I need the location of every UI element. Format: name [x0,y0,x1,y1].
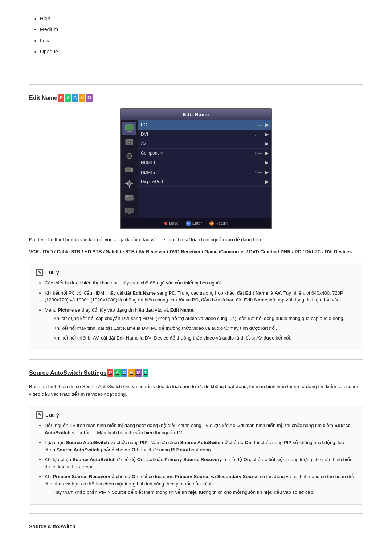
svg-point-5 [129,141,130,143]
menu-icon-video [122,163,136,176]
footer-enter-label: Enter [192,220,202,227]
source-autoswitch-section: Source AutoSwitch Settings P A C H M T B… [29,368,363,505]
edit-name-title: Edit Name P A C H M [29,93,363,103]
source-autoswitch-label: Source AutoSwitch [29,522,363,530]
divider-2 [29,359,363,360]
badge-p2: P [107,369,114,377]
svg-rect-19 [128,213,131,214]
svg-rect-2 [127,131,132,132]
badge-h2: H [128,369,134,377]
bullet-medium: Medium [40,25,363,33]
menu-icon-folder [122,191,136,204]
move-dot [164,222,167,225]
svg-rect-1 [128,130,131,131]
menu-row-component: Component : ---- ▶ [138,149,271,158]
menu-icon-camera [122,149,136,163]
source-autoswitch-note: ✎ Lưu ý Nếu nguồn TV trên màn hình hiển … [29,406,363,505]
note-sub3: Khi kết nối thiết bị AV, cài đặt Edit Na… [45,335,356,342]
footer-move: Move [164,220,179,227]
source-note-item-1: Nếu nguồn TV trên màn hình hiển thị đang… [45,422,356,436]
menu-row-hdmi2: HDMI 2 : ---- ▶ [138,168,271,177]
source-note-icon: ✎ [36,411,43,419]
svg-rect-15 [131,183,133,184]
badge-p: P [58,94,64,102]
badge-c: C [72,94,78,102]
divider-1 [29,84,363,85]
svg-text:↵: ↵ [187,222,189,225]
edit-name-title-text: Edit Name [29,93,57,103]
svg-marker-10 [131,167,133,172]
svg-rect-13 [129,186,130,188]
svg-rect-18 [125,208,133,213]
svg-rect-17 [125,195,129,197]
menu-icons-column [121,120,138,218]
edit-name-menu: Edit Name [120,108,272,229]
source-autoswitch-title-text: Source AutoSwitch Settings [29,368,107,378]
svg-rect-20 [127,214,131,214]
footer-enter: ↵ Enter [186,220,202,227]
badge-a2: A [114,369,120,377]
menu-icon-disk [122,136,136,149]
badge-m: M [86,94,93,102]
badge-m2: M [135,369,142,377]
menu-row-hdmi1: HDMI 1 : ---- ▶ [138,158,271,168]
source-note-sub-pip: Hãy tham khảo phần PIP > Source để biết … [45,489,356,496]
edit-name-description: Đặt tên cho thiết bị đầu vào kết nối với… [29,236,363,244]
note-item-3: Menu Picture sẽ thay đổi tùy vào dạng tí… [45,307,356,342]
svg-rect-14 [125,183,127,184]
note-item-1: Các thiết bị được hiển thị khác nhau tùy… [45,279,356,287]
edit-name-section: Edit Name P A C H M Edit Name [29,93,363,350]
menu-icon-pc [122,122,136,135]
source-note-item-4: Khi Primary Source Recovery ở chế độ On,… [45,473,356,496]
badge-a: A [65,94,71,102]
source-autoswitch-description: Bật màn hình hiển thị có Source AutoSwit… [29,383,363,398]
menu-footer: Move ↵ Enter ↩ Return [121,218,271,229]
footer-return-label: Return [216,220,228,227]
menu-body: PC : ---- ▶ DVI : ---- ▶ AV : ---- ▶ Com… [121,120,271,218]
svg-rect-0 [125,125,133,130]
badge-c2: C [121,369,127,377]
bullet-low: Low [40,37,363,45]
svg-point-11 [127,182,131,185]
vcr-list: VCR / DVD / Cable STB / HD STB / Satelli… [29,248,363,256]
svg-point-8 [128,155,130,157]
note-icon: ✎ [36,269,43,276]
menu-row-dvi: DVI : ---- ▶ [138,130,271,139]
svg-text:↩: ↩ [210,222,213,226]
note-title: Lưu ý [45,268,59,276]
note-header: ✎ Lưu ý [36,268,356,276]
menu-row-av: AV : ---- ▶ [138,139,271,149]
source-note-header: ✎ Lưu ý [36,411,356,419]
menu-title-bar: Edit Name [121,109,271,120]
enter-icon: ↵ [186,221,191,226]
menu-row-pc: PC : ---- ▶ [138,120,271,130]
note-item-2: Khi kết nối PC với đầu HDMI, hãy cài đặt… [45,290,356,304]
svg-rect-9 [125,168,131,172]
source-note-list: Nếu nguồn TV trên màn hình hiển thị đang… [36,422,356,496]
source-note-item-3: Khi lựa chọn Source AutoSwitch ở chế độ … [45,456,356,470]
bullet-opaque: Opaque [40,48,363,56]
menu-icon-display [122,205,136,218]
footer-return: ↩ Return [209,220,228,227]
menu-icon-settings [122,177,136,190]
badge-h: H [79,94,85,102]
source-note-item-2: Lựa chọn Source AutoSwitch và chức năng … [45,439,356,453]
source-autoswitch-title: Source AutoSwitch Settings P A C H M T [29,368,363,378]
source-note-title: Lưu ý [45,411,59,419]
divider-3 [29,513,363,514]
top-bullet-list: High Medium Low Opaque [29,15,363,56]
note-list: Các thiết bị được hiển thị khác nhau tùy… [36,279,356,342]
note-sub2: Khi kết nối máy tính, cài đặt Edit Name … [45,325,356,332]
footer-move-label: Move [169,220,179,227]
menu-row-displayport: DisplayPort : ---- ▶ [138,177,271,187]
note-sub1: Khi sử dụng kết nối cáp chuyển DVI sang … [45,315,356,323]
edit-name-note: ✎ Lưu ý Các thiết bị được hiển thị khác … [29,263,363,350]
svg-rect-12 [129,180,130,181]
menu-rows: PC : ---- ▶ DVI : ---- ▶ AV : ---- ▶ Com… [138,120,271,218]
return-icon: ↩ [209,221,214,226]
bullet-high: High [40,15,363,22]
badge-t: T [143,369,148,377]
